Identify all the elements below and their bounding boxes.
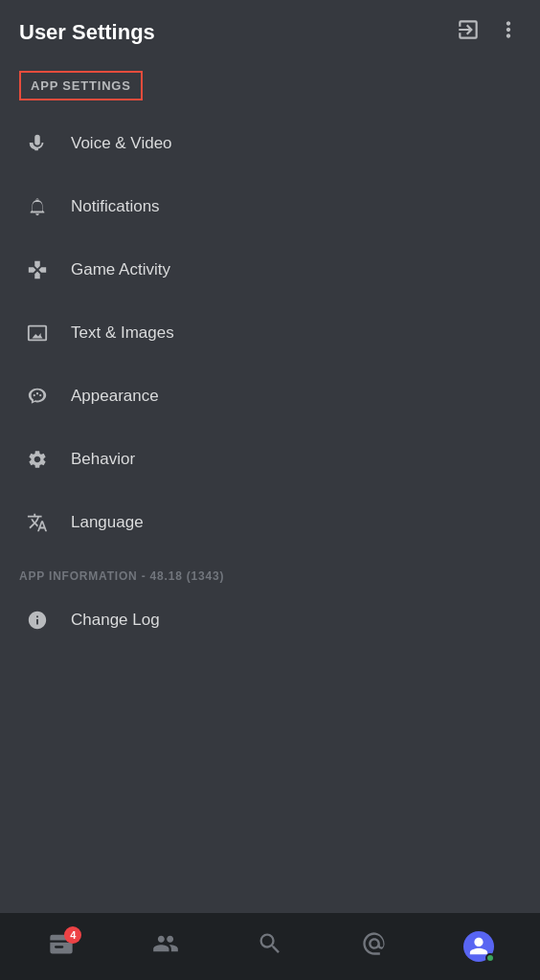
menu-item-text-images[interactable]: Text & Images (0, 301, 540, 365)
nav-item-search[interactable] (246, 923, 294, 970)
menu-label-game-activity: Game Activity (71, 260, 170, 279)
bell-icon (19, 189, 56, 225)
nav-item-mentions[interactable] (350, 923, 398, 970)
menu-label-appearance: Appearance (71, 387, 159, 406)
nav-item-home[interactable]: 4 (37, 923, 85, 970)
at-icon (361, 930, 388, 964)
gamepad-icon (19, 252, 56, 288)
app-info-list: Change Log (0, 589, 540, 652)
header-actions (456, 17, 521, 48)
gear-icon (19, 441, 56, 478)
menu-label-voice-video: Voice & Video (71, 134, 172, 153)
nav-item-profile[interactable] (455, 923, 503, 970)
home-badge: 4 (64, 926, 81, 944)
info-icon (19, 602, 56, 638)
search-icon (257, 930, 283, 964)
svg-point-2 (39, 394, 41, 396)
translate-icon (19, 504, 56, 541)
menu-item-change-log[interactable]: Change Log (0, 589, 540, 652)
header: User Settings (0, 0, 540, 61)
friends-icon (152, 930, 179, 964)
menu-label-text-images: Text & Images (71, 323, 174, 343)
app-info-section-header: APP INFORMATION - 48.18 (1343) (19, 569, 521, 583)
nav-item-friends[interactable] (142, 923, 190, 970)
page-title: User Settings (19, 20, 155, 45)
menu-label-behavior: Behavior (71, 450, 135, 469)
menu-item-appearance[interactable]: Appearance (0, 365, 540, 428)
palette-icon (19, 378, 56, 414)
app-settings-section-header: APP SETTINGS (0, 61, 540, 106)
avatar (463, 931, 494, 962)
logout-icon[interactable] (456, 17, 481, 48)
online-indicator (485, 953, 495, 963)
image-icon (19, 315, 56, 351)
menu-list: Voice & Video Notifications Game Activit… (0, 112, 540, 554)
menu-item-notifications[interactable]: Notifications (0, 175, 540, 238)
microphone-icon (19, 125, 56, 162)
menu-item-voice-video[interactable]: Voice & Video (0, 112, 540, 175)
menu-label-language: Language (71, 513, 144, 532)
svg-point-1 (36, 392, 38, 394)
menu-label-notifications: Notifications (71, 197, 160, 216)
svg-point-0 (34, 394, 35, 396)
bottom-nav: 4 (0, 913, 540, 980)
more-options-icon[interactable] (496, 17, 521, 48)
menu-item-behavior[interactable]: Behavior (0, 428, 540, 491)
menu-item-language[interactable]: Language (0, 491, 540, 554)
menu-item-game-activity[interactable]: Game Activity (0, 238, 540, 301)
menu-label-change-log: Change Log (71, 611, 160, 630)
